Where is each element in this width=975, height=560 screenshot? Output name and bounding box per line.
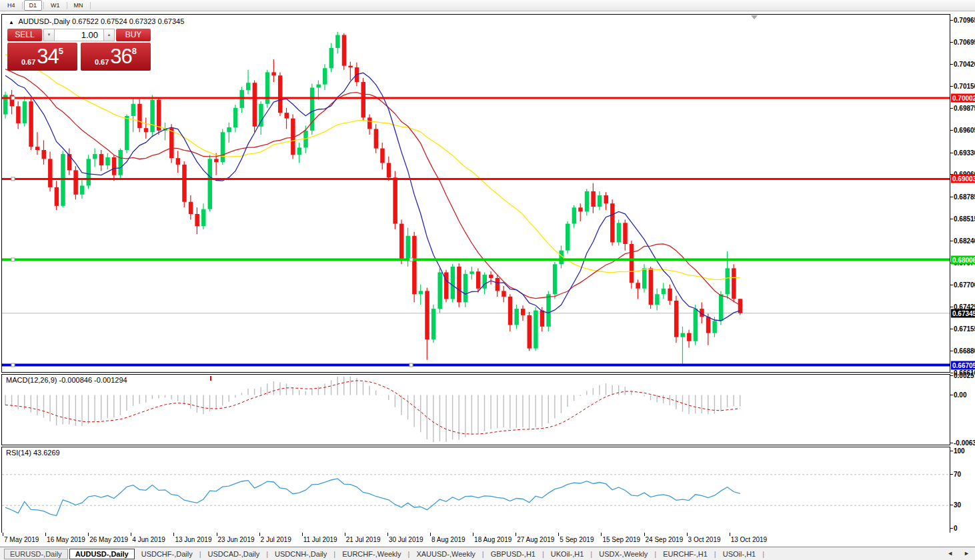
chart-symbol-label: AUDUSD-,Daily xyxy=(18,17,70,25)
volume-input[interactable]: 1.00 xyxy=(55,29,103,41)
date-axis-tick xyxy=(473,533,473,536)
timeframe-button-w1[interactable]: W1 xyxy=(45,0,65,11)
sell-price-pip: 5 xyxy=(59,46,63,56)
one-click-trade-panel: SELL ▼ 1.00 ▲ BUY 0.67 34 5 0.67 36 8 xyxy=(7,29,151,71)
price-axis-tick xyxy=(950,108,953,109)
volume-increase-icon[interactable]: ▲ xyxy=(103,29,115,41)
date-axis[interactable]: 7 May 201916 May 201926 May 20194 Jun 20… xyxy=(1,533,950,545)
macd-axis-label: -0.006326 xyxy=(954,439,975,447)
price-axis-tick xyxy=(950,285,953,285)
chart-tab-eurusd-daily[interactable]: EURUSD-,Daily xyxy=(4,549,68,559)
date-axis-tick xyxy=(131,533,131,536)
chart-tab-usoil-h1[interactable]: USOil-,H1 xyxy=(718,549,762,559)
timeframe-button-mn[interactable]: MN xyxy=(69,0,89,11)
date-axis-tick xyxy=(173,533,174,536)
chart-tab-eurchf-h1[interactable]: EURCHF-,H1 xyxy=(658,549,713,559)
buy-button[interactable]: BUY xyxy=(116,29,151,41)
tab-separator: | xyxy=(332,550,337,558)
buy-price-button[interactable]: 0.67 36 8 xyxy=(81,43,151,71)
sell-button[interactable]: SELL xyxy=(7,29,42,41)
date-axis-label: 3 Oct 2019 xyxy=(688,536,721,543)
chart-shift-marker-icon[interactable] xyxy=(751,15,758,19)
rsi-axis-tick xyxy=(950,528,953,529)
buy-price-prefix: 0.67 xyxy=(95,58,109,66)
date-axis-label: 16 May 2019 xyxy=(47,536,85,543)
chart-tab-eurchf-weekly[interactable]: EURCHF-,Weekly xyxy=(337,549,406,559)
price-axis-tick xyxy=(950,241,953,241)
date-axis-tick xyxy=(3,533,3,536)
date-axis-tick xyxy=(302,533,303,536)
price-axis-tick xyxy=(950,86,953,87)
date-axis-label: 30 Jul 2019 xyxy=(389,536,423,543)
buy-price-big: 36 xyxy=(110,44,131,69)
chart-tab-bar: EURUSD-,DailyAUDUSD-,DailyUSDCHF-,Daily|… xyxy=(0,547,975,560)
date-axis-label: 24 Sep 2019 xyxy=(646,536,684,543)
date-axis-label: 2 Jul 2019 xyxy=(261,536,291,543)
chart-tab-usdcnh-daily[interactable]: USDCNH-,Daily xyxy=(269,549,332,559)
tab-separator: | xyxy=(481,550,485,558)
chart-tab-xauusd-weekly[interactable]: XAUUSD-,Weekly xyxy=(411,549,480,559)
price-axis-label: 0.68785 xyxy=(954,193,975,200)
tabs-scroll-right-icon[interactable]: ► xyxy=(964,550,970,557)
price-axis-tick xyxy=(950,307,953,307)
chart-tab-gbpusd-h1[interactable]: GBPUSD-,H1 xyxy=(485,549,541,559)
chart-tab-usdx-weekly[interactable]: USDX-,Weekly xyxy=(594,549,653,559)
rsi-label: RSI(14) 43.6269 xyxy=(6,449,60,457)
date-axis-label: 4 Jun 2019 xyxy=(132,536,165,543)
price-axis-label: 0.69330 xyxy=(954,149,975,156)
chart-tab-audusd-daily[interactable]: AUDUSD-,Daily xyxy=(69,549,135,559)
price-axis-tick xyxy=(950,219,953,219)
macd-label: MACD(12,26,9) -0.000846 -0.001294 xyxy=(6,376,127,384)
tab-separator: | xyxy=(541,550,546,558)
current-price-badge: 0.67345 xyxy=(951,309,975,317)
date-axis-label: 18 Aug 2019 xyxy=(474,536,512,543)
rsi-axis-label: 100 xyxy=(954,447,965,455)
timeframe-toolbar: H4D1W1MN xyxy=(0,0,975,11)
price-level-badge: 0.66705 xyxy=(951,361,975,369)
macd-axis-label: 0.00 xyxy=(954,391,966,398)
date-axis-label: 23 Jun 2019 xyxy=(218,536,255,543)
rsi-chart xyxy=(2,447,950,533)
price-axis-tick xyxy=(950,64,953,65)
date-axis-label: 26 May 2019 xyxy=(89,536,128,543)
chart-tab-usdcad-daily[interactable]: USDCAD-,Daily xyxy=(203,549,265,559)
timeframe-button-d1[interactable]: D1 xyxy=(24,0,43,11)
date-axis-label: 7 May 2019 xyxy=(4,536,39,543)
price-level-badge: 0.69003 xyxy=(951,175,975,183)
tabs-scroll-left-icon[interactable]: ◄ xyxy=(947,550,953,557)
date-axis-label: 21 Jul 2019 xyxy=(346,536,381,543)
rsi-indicator-panel[interactable]: RSI(14) 43.6269 xyxy=(1,447,950,533)
chart-header: ▲ AUDUSD-,Daily 0.67522 0.67524 0.67323 … xyxy=(9,17,184,25)
price-axis-label: 0.67155 xyxy=(954,325,975,332)
tab-separator: | xyxy=(653,550,658,558)
date-axis-tick xyxy=(516,533,516,536)
price-axis-label: 0.70965 xyxy=(954,17,975,24)
date-axis-tick xyxy=(601,533,602,536)
date-axis-tick xyxy=(644,533,645,536)
macd-indicator-panel[interactable]: MACD(12,26,9) -0.000846 -0.001294 xyxy=(1,374,950,445)
date-axis-tick xyxy=(730,533,730,536)
date-axis-label: 11 Jul 2019 xyxy=(303,536,337,543)
timeframe-button-h4[interactable]: H4 xyxy=(2,0,21,11)
chart-tab-ukoil-h1[interactable]: UKOil-,H1 xyxy=(546,549,590,559)
date-axis-tick xyxy=(430,533,431,536)
price-axis-tick xyxy=(950,351,953,351)
price-axis-tick xyxy=(950,153,953,153)
price-axis-tick xyxy=(950,20,953,21)
trading-terminal-window: H4D1W1MN ▲ AUDUSD-,Daily 0.67522 0.67524… xyxy=(0,0,975,560)
collapse-trade-panel-icon[interactable]: ▲ xyxy=(9,19,14,25)
tab-separator: | xyxy=(589,550,594,558)
date-axis-tick xyxy=(387,533,388,536)
date-axis-label: 13 Jun 2019 xyxy=(175,536,211,543)
toolbar-separator xyxy=(43,2,44,9)
volume-decrease-icon[interactable]: ▼ xyxy=(43,29,55,41)
price-axis-tick xyxy=(950,130,953,131)
price-chart-panel[interactable]: ▲ AUDUSD-,Daily 0.67522 0.67524 0.67323 … xyxy=(1,14,950,373)
sell-price-button[interactable]: 0.67 34 5 xyxy=(7,43,77,71)
macd-axis-label: 0.002574 xyxy=(954,371,975,379)
date-axis-label: 5 Sep 2019 xyxy=(560,536,594,543)
chart-tab-usdchf-daily[interactable]: USDCHF-,Daily xyxy=(136,549,198,559)
tab-separator: | xyxy=(761,550,766,558)
price-axis-tick xyxy=(950,373,953,373)
toolbar-separator xyxy=(22,2,23,9)
